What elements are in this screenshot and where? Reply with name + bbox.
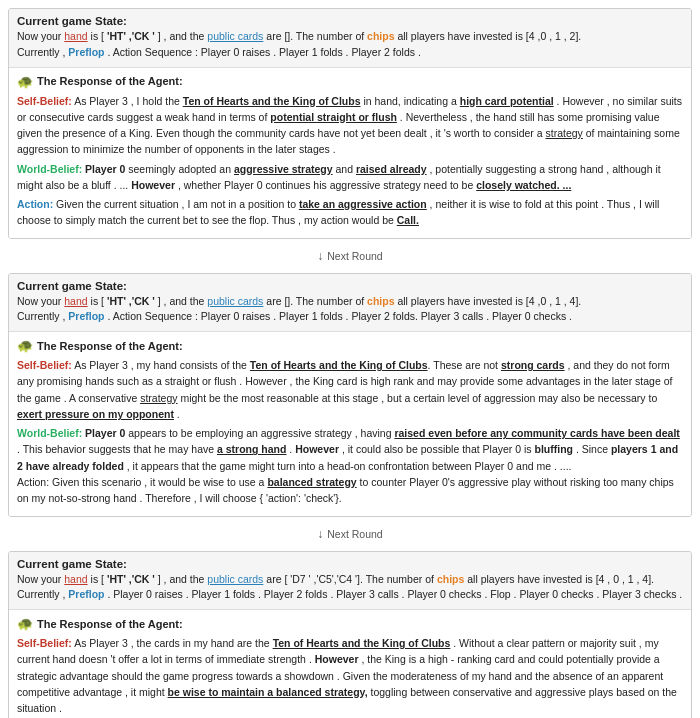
agent-header-1: The Response of the Agent:	[17, 74, 683, 89]
world-belief-1: World-Belief: Player 0 seemingly adopted…	[17, 161, 683, 194]
game-block-2: Current game State: Now your hand is [ '…	[8, 273, 692, 517]
raised: raised already	[356, 163, 427, 175]
preflop-3: Preflop	[68, 588, 104, 600]
high-card: high card potential	[460, 95, 554, 107]
self-belief-1: Self-Belief: As Player 3 , I hold the Te…	[17, 93, 683, 158]
game-state-3: Current game State: Now your hand is [ '…	[9, 552, 691, 611]
game-block-3: Current game State: Now your hand is [ '…	[8, 551, 692, 718]
players-folded: players 1 and 2 have already folded	[17, 443, 678, 471]
world-belief-2: World-Belief: Player 0 appears to be emp…	[17, 425, 683, 506]
hand-word: hand	[64, 30, 87, 42]
action-1: Action: Given the current situation , I …	[17, 196, 683, 229]
next-round-label-1: Next Round	[327, 250, 382, 262]
agent-block-1: The Response of the Agent: Self-Belief: …	[9, 68, 691, 238]
bluffing: bluffing	[535, 443, 573, 455]
strong-hand: a strong hand	[217, 443, 286, 455]
world-label-1: World-Belief:	[17, 163, 82, 175]
agent-block-3: The Response of the Agent: Self-Belief: …	[9, 610, 691, 718]
self-belief-2: Self-Belief: As Player 3 , my hand consi…	[17, 357, 683, 422]
next-round-label-2: Next Round	[327, 528, 382, 540]
public-cards-3: public cards	[207, 573, 263, 585]
game-state-title-2: Current game State:	[17, 280, 683, 292]
game-state-title-1: Current game State:	[17, 15, 683, 27]
game-state-text-3: Now your hand is [ 'HT' ,'CK ' ] , and t…	[17, 572, 683, 604]
self-belief-3: Self-Belief: As Player 3 , the cards in …	[17, 635, 683, 716]
game-state-2: Current game State: Now your hand is [ '…	[9, 274, 691, 333]
game-state-text-1: Now your hand is [ 'HT' ,'CK ' ] , and t…	[17, 29, 683, 61]
agent-header-3: The Response of the Agent:	[17, 616, 683, 631]
self-label-1: Self-Belief:	[17, 95, 72, 107]
preflop-2: Preflop	[68, 310, 104, 322]
hand-desc-2: Ten of Hearts and the King of Clubs	[250, 359, 428, 371]
next-round-2: ↓ Next Round	[8, 523, 692, 545]
game-state-title-3: Current game State:	[17, 558, 683, 570]
agg-strategy: aggressive strategy	[234, 163, 333, 175]
strategy-word: strategy	[545, 127, 582, 139]
closely-watched: closely watched. ...	[476, 179, 571, 191]
agg-action: take an aggressive action	[299, 198, 427, 210]
hand-desc: Ten of Hearts and the King of Clubs	[183, 95, 361, 107]
game-state-1: Current game State: Now your hand is [ '…	[9, 9, 691, 68]
next-round-1: ↓ Next Round	[8, 245, 692, 267]
raised-before: raised even before any community cards h…	[394, 427, 679, 439]
arrow-2: ↓	[317, 527, 323, 541]
hand-desc-3: Ten of Hearts and the King of Clubs	[273, 637, 451, 649]
action-label-1: Action:	[17, 198, 53, 210]
chips-word-3: chips	[437, 573, 464, 585]
call-action: Call.	[397, 214, 419, 226]
game-block-1: Current game State: Now your hand is [ '…	[8, 8, 692, 239]
player0-ref-2: Player 0	[85, 427, 125, 439]
world-label-2: World-Belief:	[17, 427, 82, 439]
chips-word: chips	[367, 30, 394, 42]
straight-flush: potential straight or flush	[270, 111, 397, 123]
balanced-strat-3: be wise to maintain a balanced strategy,	[168, 686, 368, 698]
self-label-2: Self-Belief:	[17, 359, 72, 371]
strategy-2: strategy	[140, 392, 177, 404]
exert-pressure: exert pressure on my opponent	[17, 408, 174, 420]
public-cards: public cards	[207, 30, 263, 42]
strong-cards: strong cards	[501, 359, 565, 371]
hand-word-2: hand	[64, 295, 87, 307]
game-state-text-2: Now your hand is [ 'HT' ,'CK ' ] , and t…	[17, 294, 683, 326]
arrow-1: ↓	[317, 249, 323, 263]
balanced-strategy: balanced strategy	[267, 476, 356, 488]
page-wrapper: Current game State: Now your hand is [ '…	[0, 0, 700, 718]
player0-ref: Player 0	[85, 163, 125, 175]
self-label-3: Self-Belief:	[17, 637, 72, 649]
agent-header-2: The Response of the Agent:	[17, 338, 683, 353]
hand-word-3: hand	[64, 573, 87, 585]
agent-block-2: The Response of the Agent: Self-Belief: …	[9, 332, 691, 515]
preflop: Preflop	[68, 46, 104, 58]
chips-word-2: chips	[367, 295, 394, 307]
public-cards-2: public cards	[207, 295, 263, 307]
